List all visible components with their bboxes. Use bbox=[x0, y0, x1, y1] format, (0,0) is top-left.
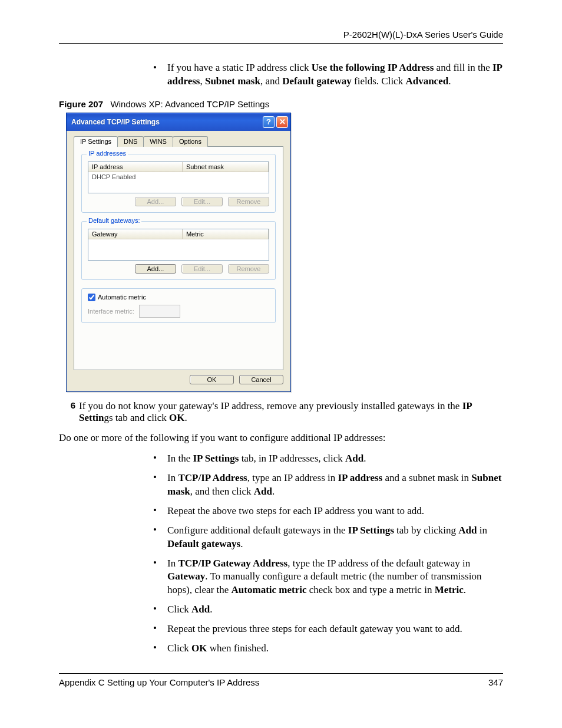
paragraph: Do one or more of the following if you w… bbox=[59, 432, 503, 444]
bullet-dot: • bbox=[153, 61, 167, 88]
titlebar[interactable]: Advanced TCP/IP Settings ? ✕ bbox=[67, 113, 290, 131]
help-icon[interactable]: ? bbox=[263, 116, 275, 128]
page-header: P-2602H(W)(L)-DxA Series User's Guide bbox=[59, 29, 503, 44]
ip-edit-button: Edit... bbox=[181, 197, 223, 206]
list-item: Configure additional default gateways in… bbox=[167, 524, 503, 551]
list-item: In TCP/IP Address, type an IP address in… bbox=[167, 472, 503, 499]
figure-caption: Figure 207 Windows XP: Advanced TCP/IP S… bbox=[59, 99, 503, 109]
automatic-metric-input[interactable] bbox=[88, 294, 95, 301]
group-ip-addresses: IP addresses IP address Subnet mask DHCP… bbox=[81, 154, 276, 213]
tab-options[interactable]: Options bbox=[173, 136, 208, 147]
tab-ip-settings[interactable]: IP Settings bbox=[74, 136, 118, 147]
intro-bullet: If you have a static IP address click Us… bbox=[167, 61, 503, 88]
interface-metric-field bbox=[139, 305, 180, 318]
footer-left: Appendix C Setting up Your Computer's IP… bbox=[59, 677, 259, 687]
page-footer: Appendix C Setting up Your Computer's IP… bbox=[59, 673, 503, 687]
list-item: Repeat the above two steps for each IP a… bbox=[167, 505, 503, 518]
step-text: If you do not know your gateway's IP add… bbox=[79, 400, 503, 424]
list-item[interactable]: DHCP Enabled bbox=[88, 172, 269, 182]
col-subnet-mask[interactable]: Subnet mask bbox=[183, 162, 269, 172]
gw-edit-button: Edit... bbox=[181, 264, 223, 274]
gw-add-button[interactable]: Add... bbox=[135, 264, 176, 274]
group-metric: Automatic metric Interface metric: bbox=[81, 288, 276, 323]
tab-wins[interactable]: WINS bbox=[143, 136, 173, 147]
ip-add-button: Add... bbox=[135, 197, 176, 206]
ok-button[interactable]: OK bbox=[190, 375, 234, 384]
col-metric[interactable]: Metric bbox=[183, 229, 269, 239]
ip-remove-button: Remove bbox=[228, 197, 269, 206]
group-label: IP addresses bbox=[87, 150, 128, 157]
list-item: In TCP/IP Gateway Address, type the IP a… bbox=[167, 557, 503, 598]
ip-list[interactable]: IP address Subnet mask DHCP Enabled bbox=[88, 162, 269, 193]
cancel-button[interactable]: Cancel bbox=[239, 375, 283, 384]
list-item: In the IP Settings tab, in IP addresses,… bbox=[167, 452, 503, 466]
col-gateway[interactable]: Gateway bbox=[88, 229, 183, 239]
list-item: Click OK when finished. bbox=[167, 642, 503, 655]
gw-remove-button: Remove bbox=[228, 264, 269, 274]
step-number: 6 bbox=[59, 400, 75, 424]
automatic-metric-checkbox[interactable]: Automatic metric bbox=[88, 294, 269, 301]
group-default-gateways: Default gateways: Gateway Metric Add... … bbox=[81, 221, 276, 280]
tab-dns[interactable]: DNS bbox=[117, 136, 144, 147]
dialog-title: Advanced TCP/IP Settings bbox=[71, 118, 160, 126]
xp-dialog: Advanced TCP/IP Settings ? ✕ IP Settings… bbox=[66, 113, 291, 392]
interface-metric-label: Interface metric: bbox=[88, 308, 134, 315]
close-icon[interactable]: ✕ bbox=[276, 116, 288, 128]
col-ip-address[interactable]: IP address bbox=[88, 162, 183, 172]
list-item: Repeat the previous three steps for each… bbox=[167, 622, 503, 636]
group-label: Default gateways: bbox=[87, 217, 141, 224]
automatic-metric-label: Automatic metric bbox=[98, 294, 146, 301]
gateway-list[interactable]: Gateway Metric bbox=[88, 229, 269, 261]
footer-right: 347 bbox=[488, 677, 503, 687]
list-item: Click Add. bbox=[167, 603, 503, 617]
